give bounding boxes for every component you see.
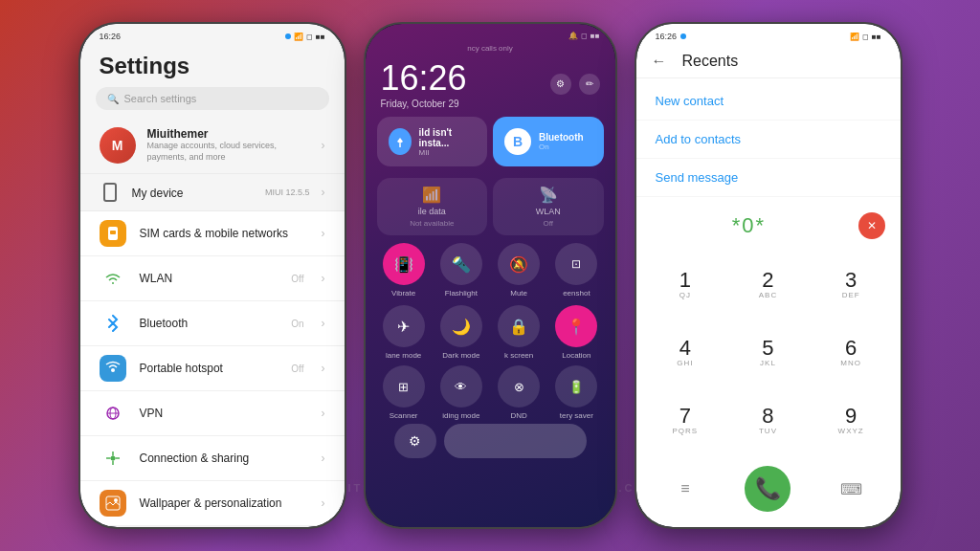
key-keyboard[interactable]: ⌨ [810,473,893,506]
key-6[interactable]: 6 MNO [810,319,893,386]
cc-home-bar: ⚙ [366,420,615,466]
svg-point-13 [114,498,118,502]
vpn-chevron-icon: › [322,407,325,420]
settings-title: Settings [80,45,345,87]
wlan-chevron-icon: › [322,272,325,285]
cc-settings-icon[interactable]: ⚙ [550,74,571,95]
settings-screen: 16:26 📶 ◻ ■■ Settings 🔍 Search settings … [80,24,345,527]
wifi-icon: ◻ [306,33,313,41]
call-button[interactable]: 📞 [745,466,791,512]
cc-btn-scanner[interactable]: ⊞ Scanner [377,365,431,420]
vpn-label: VPN [140,407,308,420]
key-1[interactable]: 1 QJ [644,251,727,319]
hotspot-icon [100,355,126,382]
device-row[interactable]: My device MIUI 12.5.5 › [80,173,345,211]
back-button[interactable]: ← [652,53,667,70]
settings-item-sim[interactable]: SIM cards & mobile networks › [80,211,345,256]
delete-button[interactable]: ✕ [858,212,885,239]
settings-item-hotspot[interactable]: Portable hotspot Off › [80,346,345,391]
device-info: My device [132,184,254,201]
cc-dnd-icon: ⊗ [498,365,540,408]
status-bar-right: 16:26 📶 ◻ ■■ [636,24,901,45]
profile-name: Miuithemer [147,127,310,141]
key-menu[interactable]: ≡ [644,473,727,505]
cc-vibrate-icon: 📳 [383,243,425,285]
cc-round-row3: ⊞ Scanner 👁 iding mode ⊗ DND 🔋 tery save… [366,360,615,420]
cc-settings-btn[interactable]: ⚙ [394,424,436,458]
cc-mobiledata-sub: Not available [410,219,454,228]
cc-btn-battery[interactable]: 🔋 tery saver [549,365,603,420]
key-2[interactable]: 2 ABC [726,251,810,319]
cc-tiles-row1: ild isn't insta... MII B Bluetooth On [366,117,615,172]
key-3[interactable]: 3 DEF [810,251,893,319]
device-version: MIUI 12.5.5 [265,187,310,197]
status-left-right: 16:26 [656,32,687,41]
profile-section[interactable]: M Miuithemer Manage accounts, cloud serv… [80,118,345,173]
cc-btn-location[interactable]: 📍 Location [549,305,603,360]
bluetooth-label: Bluetooth [140,317,278,330]
cc-btn-screenshot[interactable]: ⊡ eenshot [549,243,603,298]
svg-point-0 [285,33,291,39]
settings-item-connection[interactable]: Connection & sharing › [80,436,345,481]
search-placeholder: Search settings [124,93,197,104]
key-7[interactable]: 7 PQRS [644,386,727,454]
cc-btn-dnd[interactable]: ⊗ DND [492,365,546,420]
dialer-number: *0* [652,213,847,238]
cc-tile-bluetooth[interactable]: B Bluetooth On [493,117,604,166]
cc-tiles-row2: 📶 ile data Not available 📡 WLAN Off [366,172,615,235]
cc-bluetooth-icon: B [504,128,531,155]
dialer-screen: 16:26 📶 ◻ ■■ ← Recents New contact Add t… [636,24,901,527]
r-battery-icon: ■■ [872,33,881,41]
connection-chevron-icon: › [322,452,325,465]
cc-notif-icon: 🔔 [568,32,578,40]
cc-btn-vibrate[interactable]: 📳 Vibrate [377,243,431,298]
settings-item-bluetooth[interactable]: Bluetooth On › [80,301,345,346]
settings-item-wallpaper[interactable]: Wallpaper & personalization › [80,481,345,526]
svg-rect-2 [110,231,116,234]
svg-point-3 [111,368,115,372]
cc-airplane-label: lane mode [386,351,421,360]
cc-btn-dark[interactable]: 🌙 Dark mode [434,305,488,360]
cc-edit-icon[interactable]: ✏ [579,74,600,95]
dialer-grid: 1 QJ 2 ABC 3 DEF 4 GHI 5 JKL 6 MNO [636,251,901,454]
key-call[interactable]: 📞 [726,458,810,519]
settings-item-wlan[interactable]: WLAN Off › [80,256,345,301]
cc-home-indicator[interactable] [444,424,587,458]
cc-btn-riding[interactable]: 👁 iding mode [434,365,488,420]
keyboard-icon: ⌨ [840,480,862,498]
cc-screenshot-icon: ⊡ [555,243,597,285]
r-signal-icon: 📶 [850,33,859,41]
settings-item-vpn[interactable]: VPN › [80,391,345,436]
phone-settings: 16:26 📶 ◻ ■■ Settings 🔍 Search settings … [78,22,346,529]
cc-btn-lockscreen[interactable]: 🔒 k screen [492,305,546,360]
cc-btn-mute[interactable]: 🔕 Mute [492,243,546,298]
sim-icon [100,220,126,247]
cc-battery-icon: ■■ [590,32,600,40]
device-name: My device [132,187,184,200]
key-4[interactable]: 4 GHI [644,319,727,386]
hotspot-value: Off [291,364,303,374]
cc-lockscreen-icon: 🔒 [498,305,540,347]
signal-icon: 📶 [294,33,303,41]
key-5[interactable]: 5 JKL [726,319,810,386]
cc-emergency-text: ncy calls only [366,44,615,55]
key-8[interactable]: 8 TUV [726,386,810,454]
cc-btn-airplane[interactable]: ✈ lane mode [377,305,431,360]
cc-tile-mobile[interactable]: ild isn't insta... MII [377,117,488,166]
dialer-header: ← Recents [636,45,901,78]
connection-icon [100,445,126,472]
cc-flashlight-label: Flashlight [445,289,478,298]
new-contact-button[interactable]: New contact [636,82,901,121]
cc-battery-saver-icon: 🔋 [555,365,597,408]
cc-tile-wlan[interactable]: 📡 WLAN Off [493,178,604,235]
cc-riding-icon: 👁 [440,365,482,408]
cc-airplane-icon: ✈ [383,305,425,347]
add-to-contacts-button[interactable]: Add to contacts [636,121,901,159]
svg-point-7 [110,456,115,461]
cc-btn-flashlight[interactable]: 🔦 Flashlight [434,243,488,298]
cc-tile-mobile-data[interactable]: 📶 ile data Not available [377,178,488,235]
send-message-button[interactable]: Send message [636,159,901,197]
search-bar[interactable]: 🔍 Search settings [96,87,329,110]
key-9[interactable]: 9 WXYZ [810,386,893,454]
cc-battery-saver-label: tery saver [560,411,593,420]
